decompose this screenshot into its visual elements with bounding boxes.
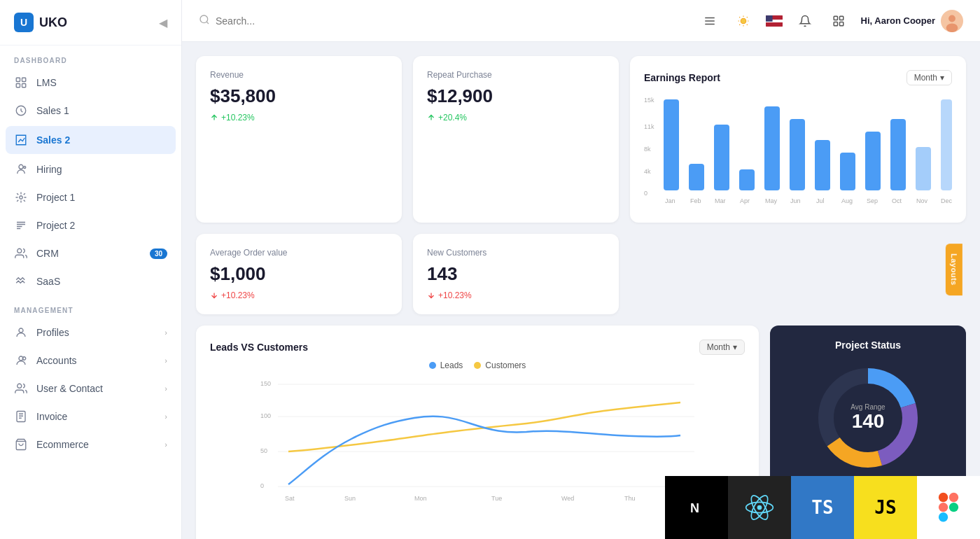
search-icon: [199, 14, 210, 28]
hiring-icon: [14, 162, 28, 176]
svg-text:Sun: Sun: [344, 495, 356, 502]
sidebar-logo: U UKO ◀: [0, 0, 181, 46]
user-contact-icon: [14, 382, 28, 396]
svg-rect-29: [839, 22, 843, 25]
sidebar-item-sales1[interactable]: Sales 1: [0, 97, 181, 125]
menu-icon[interactable]: [699, 10, 721, 32]
svg-text:Jul: Jul: [816, 197, 825, 204]
profiles-chevron: ›: [164, 328, 167, 337]
svg-point-7: [20, 196, 23, 200]
svg-point-12: [18, 384, 22, 388]
sidebar-item-accounts[interactable]: Accounts ›: [0, 346, 181, 374]
svg-rect-27: [839, 16, 843, 20]
crm-label: CRM: [36, 248, 59, 259]
project2-label: Project 2: [36, 220, 75, 231]
leads-legend-customers: Customers: [474, 360, 526, 370]
tech-icons-row: N TS JS: [665, 476, 980, 539]
svg-rect-90: [949, 493, 958, 502]
app-name: UKO: [39, 15, 67, 30]
earnings-month-filter[interactable]: Month ▾: [906, 70, 952, 85]
theme-toggle[interactable]: [732, 10, 755, 32]
svg-text:Aug: Aug: [841, 197, 853, 204]
svg-text:8k: 8k: [644, 146, 651, 153]
svg-point-11: [22, 357, 26, 360]
user-contact-chevron: ›: [164, 384, 167, 393]
svg-text:15k: 15k: [644, 97, 654, 104]
sidebar-item-ecommerce[interactable]: Ecommerce ›: [0, 430, 181, 458]
avg-order-value: $1,000: [210, 263, 388, 285]
svg-text:Dec: Dec: [941, 197, 953, 204]
apps-icon[interactable]: [827, 10, 850, 32]
svg-point-19: [741, 18, 746, 24]
lms-label: LMS: [36, 77, 57, 88]
sidebar-item-user-contact[interactable]: User & Contact ›: [0, 374, 181, 402]
accounts-label: Accounts: [36, 355, 77, 366]
svg-text:Nov: Nov: [916, 197, 928, 204]
sidebar-item-sales2[interactable]: Sales 2: [6, 126, 176, 154]
svg-text:N: N: [690, 501, 699, 515]
svg-point-32: [946, 23, 958, 32]
header-actions: Hi, Aaron Cooper: [699, 10, 963, 32]
typescript-icon[interactable]: TS: [791, 476, 854, 539]
sidebar-item-lms[interactable]: LMS: [0, 69, 181, 97]
sidebar-item-crm[interactable]: CRM 30: [0, 239, 181, 267]
svg-rect-3: [22, 84, 26, 88]
svg-rect-45: [840, 153, 855, 190]
sales1-icon: [14, 104, 28, 118]
svg-rect-49: [941, 99, 952, 190]
new-customers-change: +10.23%: [427, 290, 605, 300]
revenue-value: $35,800: [210, 85, 388, 107]
search-input[interactable]: [216, 15, 356, 27]
svg-rect-28: [834, 22, 837, 25]
user-avatar: [941, 10, 963, 32]
sidebar-item-project1[interactable]: Project 1: [0, 183, 181, 211]
notifications-icon[interactable]: [794, 10, 816, 32]
sidebar-item-hiring[interactable]: Hiring: [0, 155, 181, 183]
revenue-card: Revenue $35,800 +10.23%: [196, 56, 402, 223]
svg-text:50: 50: [260, 447, 267, 454]
leads-dot: [429, 362, 436, 369]
sidebar-item-saas[interactable]: SaaS: [0, 267, 181, 295]
revenue-change: +10.23%: [210, 113, 388, 122]
react-icon[interactable]: [728, 476, 791, 539]
accounts-chevron: ›: [164, 356, 167, 365]
svg-text:Jun: Jun: [790, 197, 801, 204]
language-flag[interactable]: [766, 15, 783, 27]
svg-text:150: 150: [260, 380, 271, 387]
figma-icon[interactable]: [917, 476, 980, 539]
svg-rect-43: [790, 119, 805, 190]
project1-icon: [14, 190, 28, 204]
sidebar-item-project2[interactable]: Project 2: [0, 211, 181, 239]
avg-order-card: Average Order value $1,000 +10.23%: [196, 234, 402, 314]
sidebar-item-invoice[interactable]: Invoice ›: [0, 402, 181, 430]
sales1-label: Sales 1: [36, 105, 69, 116]
layouts-tab[interactable]: Layouts: [946, 244, 962, 295]
svg-point-8: [18, 248, 22, 253]
svg-rect-0: [16, 78, 20, 81]
javascript-icon[interactable]: JS: [854, 476, 917, 539]
section-management-label: MANAGEMENT: [0, 295, 181, 318]
svg-text:Mar: Mar: [715, 197, 726, 204]
svg-rect-39: [689, 164, 704, 190]
svg-text:100: 100: [260, 412, 271, 419]
sidebar-item-profiles[interactable]: Profiles ›: [0, 318, 181, 346]
light-content: Revenue $35,800 +10.23% Repeat Purchase …: [182, 42, 980, 539]
collapse-button[interactable]: ◀: [159, 16, 167, 29]
svg-point-86: [757, 505, 762, 510]
nextjs-icon[interactable]: N: [665, 476, 728, 539]
svg-rect-87: [939, 493, 948, 502]
header: Hi, Aaron Cooper: [182, 0, 980, 42]
lms-icon: [14, 76, 28, 90]
ecommerce-label: Ecommerce: [36, 439, 89, 450]
svg-rect-42: [764, 106, 780, 190]
section-dashboard-label: DASHBOARD: [0, 46, 181, 69]
svg-point-91: [949, 503, 958, 512]
sales2-icon: [14, 133, 28, 147]
saas-icon: [14, 274, 28, 288]
svg-rect-26: [834, 16, 837, 20]
user-profile[interactable]: Hi, Aaron Cooper: [861, 10, 963, 32]
project1-label: Project 1: [36, 192, 75, 203]
leads-month-filter[interactable]: Month ▾: [699, 340, 745, 355]
search-box: [199, 14, 409, 28]
donut-center: Avg Range 140: [850, 403, 885, 433]
